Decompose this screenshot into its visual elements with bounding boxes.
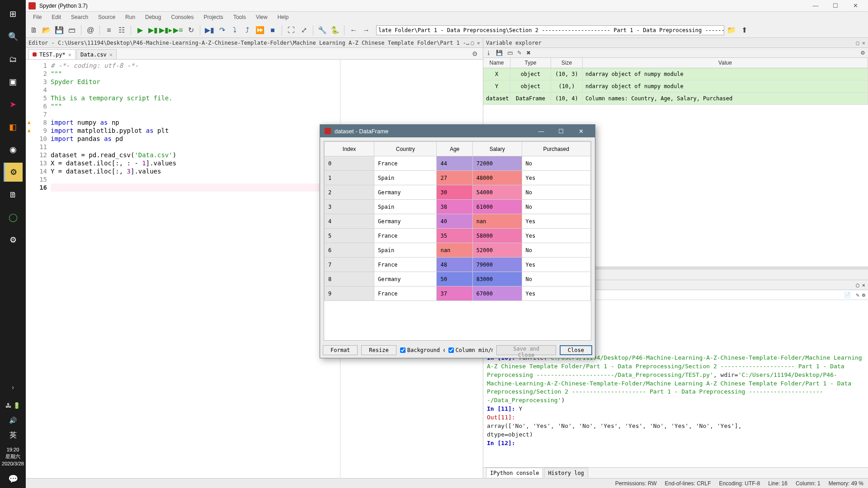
close-tab-icon[interactable]: ✕	[68, 52, 71, 58]
notifications-icon[interactable]: 💬	[4, 472, 23, 486]
chrome-icon[interactable]: ◉	[4, 140, 23, 159]
menu-run[interactable]: Run	[121, 13, 140, 22]
stop-debug-icon[interactable]: ■	[267, 25, 278, 36]
file-tab[interactable]: Data.csv✕	[76, 49, 117, 59]
nav-back-icon[interactable]: ←	[348, 25, 359, 36]
dialog-minimize-button[interactable]: —	[532, 125, 551, 137]
table-row[interactable]: 3Spain3861000No	[325, 200, 591, 214]
editor-settings-icon[interactable]: ⚙	[469, 48, 480, 59]
menu-help[interactable]: Help	[273, 13, 293, 22]
dialog-maximize-button[interactable]: ☐	[552, 125, 571, 137]
dialog-titlebar[interactable]: dataset - DataFrame — ☐ ✕	[320, 125, 595, 137]
tree-icon[interactable]: ☷	[116, 25, 127, 36]
column-header[interactable]: Index	[325, 142, 374, 156]
at-icon[interactable]: @	[85, 25, 96, 36]
start-button[interactable]: ⊞	[4, 5, 23, 23]
save-icon[interactable]: 💾	[54, 25, 65, 36]
maximize-pane-icon[interactable]: ⛶	[286, 25, 297, 36]
menu-consoles[interactable]: Consoles	[166, 13, 198, 22]
sync-icon[interactable]: ◯	[4, 208, 23, 227]
menu-source[interactable]: Source	[94, 13, 120, 22]
tray-network-icon[interactable]: 🖧 🔋	[4, 400, 23, 411]
table-row[interactable]: 2Germany3054000No	[325, 185, 591, 200]
console-stop-icon[interactable]: 📄	[844, 292, 851, 298]
menu-view[interactable]: View	[251, 13, 272, 22]
close-tab-icon[interactable]: ✕	[109, 52, 113, 58]
close-dialog-button[interactable]: Close	[560, 345, 592, 355]
table-row[interactable]: 6Spainnan52000No	[325, 243, 591, 258]
tab-ipython-console[interactable]: IPython console	[486, 468, 543, 478]
variable-row[interactable]: Yobject(10,)ndarray object of numpy modu…	[483, 80, 868, 93]
spyder-taskbar-icon[interactable]: ⚙	[4, 163, 23, 182]
varexp-close-icon[interactable]: ✕	[862, 40, 865, 46]
maximize-button[interactable]: ☐	[826, 0, 845, 12]
table-row[interactable]: 1Spain2748000Yes	[325, 171, 591, 185]
clear-vars-icon[interactable]: ✖	[526, 50, 531, 56]
close-button[interactable]: ✕	[845, 0, 865, 12]
menu-search[interactable]: Search	[66, 13, 93, 22]
parent-dir-icon[interactable]: ⬆	[739, 25, 750, 36]
editor-options-icon[interactable]: ▢	[471, 40, 474, 46]
save-all-icon[interactable]: 🗃	[66, 25, 77, 36]
cursor-icon[interactable]: ➤	[4, 95, 23, 114]
console-edit-icon[interactable]: ✎	[856, 292, 859, 298]
run-cell-advance-icon[interactable]: ▶▮▸	[160, 25, 171, 36]
table-row[interactable]: 9France3767000Yes	[325, 286, 591, 301]
fullscreen-icon[interactable]: ⤢	[298, 25, 309, 36]
file-explorer-icon[interactable]: 🗂	[4, 50, 23, 69]
column-minmax-checkbox[interactable]: Column min/m	[448, 347, 493, 353]
variable-explorer-table[interactable]: Name Type Size Value Xobject(10, 3)ndarr…	[483, 58, 868, 105]
python-path-icon[interactable]: 🐍	[330, 25, 340, 36]
step-into-icon[interactable]: ⤵	[229, 25, 240, 36]
console-options-icon[interactable]: ⚙	[862, 292, 865, 298]
dialog-close-button[interactable]: ✕	[571, 125, 590, 137]
vm-icon[interactable]: ◧	[4, 117, 23, 136]
column-header[interactable]: Age	[437, 142, 472, 156]
run-selection-icon[interactable]: ▶≡	[173, 25, 184, 36]
minimize-button[interactable]: —	[806, 0, 826, 12]
resize-button[interactable]: Resize	[361, 345, 396, 355]
debug-icon[interactable]: ▶▮	[204, 25, 215, 36]
run-icon[interactable]: ▶	[135, 25, 146, 36]
refresh-vars-icon[interactable]: ✎	[517, 50, 522, 56]
menu-projects[interactable]: Projects	[199, 13, 228, 22]
import-icon[interactable]: ⭳	[486, 50, 491, 56]
column-header[interactable]: Country	[374, 142, 437, 156]
variable-row[interactable]: datasetDataFrame(10, 4)Column names: Cou…	[483, 93, 868, 105]
step-out-icon[interactable]: ⤴	[242, 25, 253, 36]
dataframe-table[interactable]: IndexCountryAgeSalaryPurchased 0France44…	[324, 141, 591, 301]
table-row[interactable]: 5France3558000Yes	[325, 229, 591, 243]
column-header[interactable]: Salary	[472, 142, 522, 156]
table-row[interactable]: 4Germany40nanYes	[325, 214, 591, 229]
menu-file[interactable]: File	[28, 13, 46, 22]
open-file-icon[interactable]: 📂	[41, 25, 52, 36]
table-row[interactable]: 0France4472000No	[325, 156, 591, 171]
rerun-icon[interactable]: ↻	[185, 25, 196, 36]
run-cell-icon[interactable]: ▶▮	[147, 25, 158, 36]
list-icon[interactable]: ≡	[104, 25, 114, 36]
variable-row[interactable]: Xobject(10, 3)ndarray object of numpy mo…	[483, 68, 868, 80]
settings-gear-icon[interactable]: ⚙	[4, 230, 23, 249]
table-row[interactable]: 7France4879000Yes	[325, 258, 591, 272]
continue-icon[interactable]: ⏩	[255, 25, 265, 36]
chevron-right-icon[interactable]: ›	[4, 378, 23, 397]
taskbar-clock[interactable]: 19:20 星期六 2020/3/28	[2, 444, 24, 470]
ime-indicator[interactable]: 英	[4, 429, 23, 442]
editor-close-icon[interactable]: ✕	[477, 40, 480, 46]
background-color-checkbox[interactable]: Background c	[400, 347, 445, 353]
working-dir-combo[interactable]: late Folder\Part 1 - Data Preprocessing\…	[376, 25, 724, 35]
terminal-icon[interactable]: ▣	[4, 72, 23, 91]
nav-forward-icon[interactable]: →	[361, 25, 372, 36]
format-button[interactable]: Format	[323, 345, 358, 355]
table-row[interactable]: 8Germany5083000No	[325, 272, 591, 286]
step-over-icon[interactable]: ↷	[217, 25, 227, 36]
save-data-icon[interactable]: 💾	[496, 50, 503, 56]
notes-icon[interactable]: 🗎	[4, 185, 23, 204]
column-header[interactable]: Purchased	[522, 142, 590, 156]
search-icon[interactable]: 🔍	[4, 27, 23, 46]
browse-dir-icon[interactable]: 📁	[726, 25, 737, 36]
menu-tools[interactable]: Tools	[229, 13, 250, 22]
menu-debug[interactable]: Debug	[141, 13, 165, 22]
menu-edit[interactable]: Edit	[47, 13, 66, 22]
tab-history-log[interactable]: History log	[544, 468, 588, 478]
